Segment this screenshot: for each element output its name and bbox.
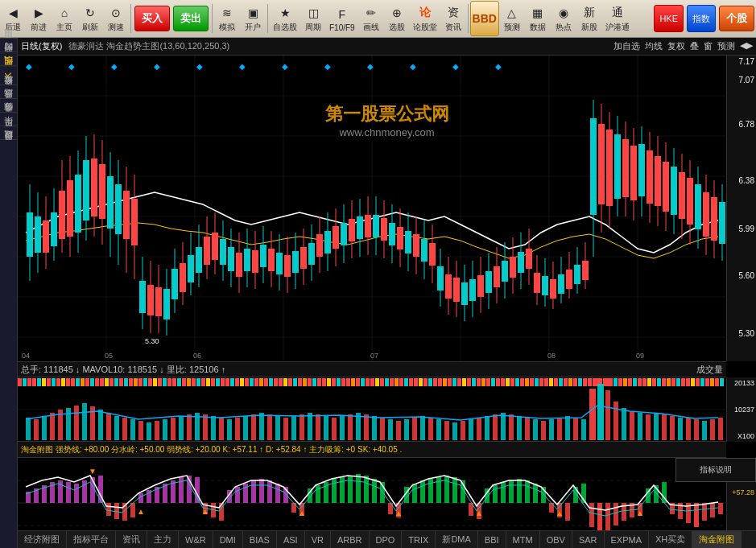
tab-sar[interactable]: SAR (572, 531, 605, 548)
svg-rect-55 (188, 255, 194, 282)
sidebar-item-zonghe[interactable]: 综合排名 (0, 112, 17, 126)
tab-newdma[interactable]: 新DMA (436, 531, 477, 548)
bbd-icon: BBD (476, 10, 494, 27)
hotspot-button[interactable]: ◉ 热点 (551, 1, 576, 36)
home-icon: ⌂ (56, 4, 73, 22)
forward-icon: ▶ (30, 4, 48, 22)
sidebar-item-yingyong[interactable]: 应用 (0, 38, 17, 52)
zs-button[interactable]: 指数 (687, 5, 716, 32)
tab-expma[interactable]: EXPMA (605, 531, 650, 548)
draw-button[interactable]: ✏ 画线 (358, 1, 384, 36)
tab-obv[interactable]: OBV (540, 531, 572, 548)
overlay-btn[interactable]: 叠 (690, 40, 699, 52)
predict-button[interactable]: △ 预测 (499, 1, 525, 36)
svg-rect-380 (340, 416, 345, 440)
simulate-icon: ≋ (218, 4, 236, 22)
svg-rect-311 (568, 378, 572, 386)
tab-dmi[interactable]: DMI (213, 531, 243, 548)
volume-chart[interactable] (18, 377, 726, 442)
svg-rect-233 (192, 378, 196, 386)
hugangtong-button[interactable]: 通 沪港通 (602, 1, 633, 36)
tab-zhuli[interactable]: 主力 (147, 531, 179, 548)
svg-rect-284 (438, 378, 442, 386)
forum-button[interactable]: 论 论股堂 (410, 1, 440, 36)
svg-rect-370 (259, 413, 264, 440)
candlestick-chart: 5.30 (18, 56, 726, 361)
f10-button[interactable]: F F10/F9 (326, 1, 358, 36)
svg-rect-408 (565, 416, 570, 440)
tab-wr[interactable]: W&R (179, 531, 213, 548)
svg-rect-215 (105, 378, 109, 386)
svg-rect-363 (203, 414, 208, 440)
tab-asi[interactable]: ASI (277, 531, 305, 548)
news-button[interactable]: 资 资讯 (440, 1, 466, 36)
svg-text:09: 09 (636, 352, 644, 360)
predict-btn[interactable]: 预测 (717, 40, 735, 52)
tab-arbr[interactable]: ARBR (331, 531, 370, 548)
sidebar-item-zixuan[interactable]: 自选股 (0, 98, 17, 112)
tab-zixun[interactable]: 资讯 (116, 531, 147, 548)
period-button[interactable]: ◫ 周期 (300, 1, 326, 36)
svg-rect-180 (687, 178, 693, 225)
reinstate-btn[interactable]: 复权 (667, 40, 685, 52)
nav-btn[interactable]: ◀▶ (740, 40, 753, 52)
tab-taojin[interactable]: 淘金附图 (692, 531, 742, 548)
tab-vr[interactable]: VR (305, 531, 331, 548)
svg-rect-357 (155, 421, 159, 440)
tab-trix[interactable]: TRIX (402, 531, 436, 548)
newstock-button[interactable]: 新 新股 (576, 1, 602, 36)
svg-rect-489 (493, 485, 498, 503)
svg-rect-492 (517, 479, 522, 503)
speed-button[interactable]: ⊙ 测速 (103, 1, 129, 36)
svg-rect-391 (428, 418, 433, 440)
openaccount-button[interactable]: ▣ 开户 (240, 1, 266, 36)
sidebar-item-chaoji[interactable]: 超级盘口 (0, 139, 17, 153)
add-watchlist-btn[interactable]: 加自选 (613, 40, 640, 52)
tab-xhmaim[interactable]: XH买卖 (649, 531, 692, 548)
svg-rect-503 (605, 503, 610, 531)
sidebar-item-fenshitu[interactable]: 分时图 (0, 52, 17, 65)
svg-rect-182 (695, 184, 701, 229)
simulate-button[interactable]: ≋ 模拟 (214, 1, 240, 36)
svg-rect-480 (420, 480, 425, 503)
tab-mtm[interactable]: MTM (506, 531, 540, 548)
tab-bias[interactable]: BIAS (243, 531, 277, 548)
tab-jingji[interactable]: 经济附图 (18, 531, 67, 548)
tab-bbi[interactable]: BBI (478, 531, 506, 548)
avg-line-btn[interactable]: 均线 (645, 40, 663, 52)
toolbar: ◀ 后退 ▶ 前进 ⌂ 主页 ↻ 刷新 ⊙ 测速 买入 卖出 ≋ 模拟 ▣ 开户… (0, 0, 756, 38)
refresh-button[interactable]: ↻ 刷新 (77, 1, 103, 36)
hk-button[interactable]: HKE (654, 5, 684, 32)
buy-button[interactable]: 买入 (134, 6, 170, 31)
svg-rect-330 (671, 378, 675, 386)
svg-rect-198 (23, 378, 27, 386)
svg-rect-504 (613, 503, 618, 525)
vol-20133: 20133 (734, 379, 754, 387)
home-button[interactable]: ⌂ 主页 (52, 1, 77, 36)
svg-rect-346 (66, 408, 71, 440)
svg-rect-186 (711, 197, 717, 241)
svg-rect-269 (366, 378, 370, 386)
sell-button[interactable]: 卖出 (173, 6, 209, 31)
svg-rect-390 (420, 416, 425, 440)
sidebar-item-kxiantu[interactable]: K线图 (0, 65, 17, 84)
indicator-explain-box[interactable]: 指标说明 (675, 458, 756, 482)
sidebar-item-niucha[interactable]: 牛叉口 (0, 126, 17, 139)
sidebar-item-gegu[interactable]: 个股资料 (0, 84, 17, 98)
sep1 (130, 4, 131, 33)
tab-zhibiao[interactable]: 指标平台 (67, 531, 116, 548)
watchlist-button[interactable]: ★ 自选股 (270, 1, 300, 36)
tab-dpo[interactable]: DPO (370, 531, 403, 548)
main-chart[interactable]: 5.30 (18, 56, 726, 361)
back-button[interactable]: ◀ 后退 (0, 1, 26, 36)
svg-rect-335 (696, 378, 700, 386)
gegu-button[interactable]: 个股 (719, 6, 754, 31)
svg-rect-371 (267, 414, 272, 440)
data-button[interactable]: ▦ 数据 (525, 1, 551, 36)
svg-rect-364 (211, 416, 216, 440)
bbd-button[interactable]: BBD (470, 1, 499, 36)
svg-rect-140 (526, 249, 532, 269)
window-btn[interactable]: 窗 (704, 40, 713, 52)
forward-button[interactable]: ▶ 前进 (26, 1, 52, 36)
selectstock-button[interactable]: ⊕ 选股 (384, 1, 410, 36)
